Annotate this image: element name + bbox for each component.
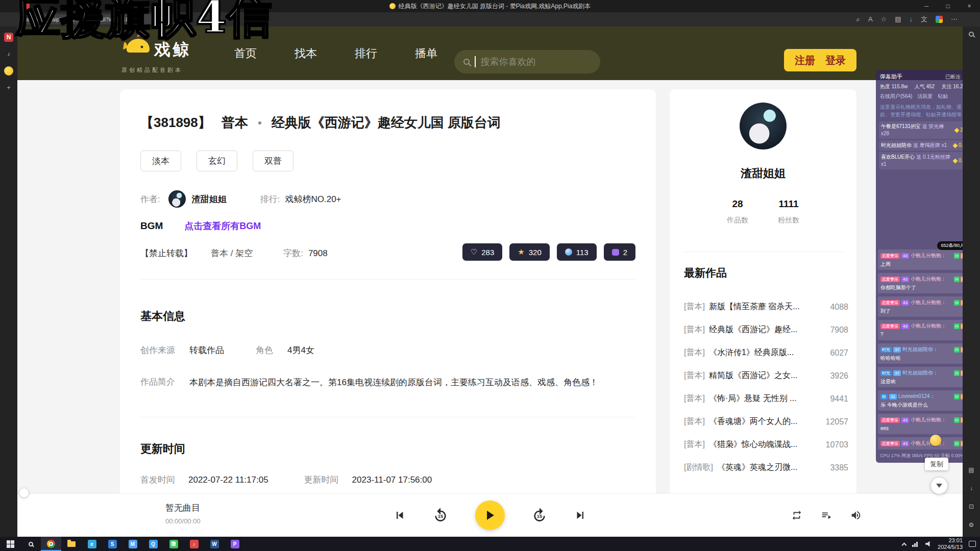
level-badge: 43 xyxy=(901,277,909,282)
work-list-item[interactable]: [普本] 新版【情至荼蘼 宿杀天... 4088 xyxy=(684,295,848,318)
emoji-float-button[interactable] xyxy=(930,435,941,446)
work-list-item[interactable]: [普本] 精简版《西游记》之女... 3926 xyxy=(684,364,848,387)
nav-playlists[interactable]: 播单 xyxy=(415,46,437,61)
work-list-item[interactable]: [普本] 《香魂塘》两个女人的... 12057 xyxy=(684,410,848,433)
search-input[interactable]: 搜索你喜欢的 xyxy=(454,50,600,73)
window-maximize-button[interactable]: □ xyxy=(937,0,959,12)
author-card-name[interactable]: 渣甜姐姐 xyxy=(670,166,856,181)
volume-icon[interactable] xyxy=(850,510,862,521)
bgm-view-all-link[interactable]: 点击查看所有BGM xyxy=(184,220,261,232)
activity-tab[interactable]: 活跃度 xyxy=(917,93,933,100)
search-page-icon[interactable] xyxy=(969,32,974,37)
platform-badge-icon: H xyxy=(954,300,960,306)
script-type: 普本 xyxy=(222,114,248,132)
rewind-15-button[interactable]: 15 xyxy=(432,507,449,523)
taskbar-notes-button[interactable]: P xyxy=(225,537,245,551)
player-controls: 15 15 xyxy=(394,494,586,537)
work-word-count: 3926 xyxy=(830,371,848,381)
play-button[interactable] xyxy=(475,500,505,530)
download-icon[interactable]: ↓ xyxy=(910,15,913,24)
register-button[interactable]: 注册 xyxy=(795,54,815,67)
work-list-item[interactable]: [剧情歌] 《英魂》英魂之刃微... 3385 xyxy=(684,456,848,479)
online-users[interactable]: 在线用户(564) xyxy=(880,93,912,100)
script-title-row: 【381898】 普本 经典版《西游记》趣经女儿国 原版台词 xyxy=(140,114,501,132)
work-list-item[interactable]: [普本] 《猎枭》惊心动魄谍战... 10703 xyxy=(684,433,848,456)
comments-button[interactable]: 2 xyxy=(604,243,635,261)
platform-badge-icon: H xyxy=(954,253,960,259)
music-app-icon[interactable]: ♪ xyxy=(4,49,13,59)
taskbar-edge-button[interactable]: e xyxy=(82,537,102,551)
taskbar-file-explorer-button[interactable] xyxy=(61,537,82,551)
like-button[interactable]: ♡ 283 xyxy=(462,243,502,261)
taskbar-wechat-button[interactable]: 微 xyxy=(163,537,184,551)
works-count-label: 作品数 xyxy=(727,216,748,225)
window-minimize-button[interactable]: ─ xyxy=(916,0,937,12)
sidebar-panel-icon[interactable]: ▤ xyxy=(967,465,976,474)
network-icon[interactable] xyxy=(912,541,919,547)
start-button[interactable] xyxy=(0,537,20,551)
script-stat-buttons: ♡ 283 ★ 320 113 2 xyxy=(462,243,635,261)
seek-handle[interactable] xyxy=(19,488,29,497)
taskbar-music-button[interactable]: ♪ xyxy=(184,537,204,551)
views-button[interactable]: 113 xyxy=(557,243,597,261)
window-close-button[interactable]: × xyxy=(959,0,980,12)
nav-find-scripts[interactable]: 找本 xyxy=(295,46,317,61)
work-title: 经典版《西游记》趣经... xyxy=(709,324,827,335)
whale-app-icon[interactable] xyxy=(4,66,13,76)
taskbar-store-button[interactable]: S xyxy=(102,537,122,551)
text-caret xyxy=(475,56,476,67)
forward-15-button[interactable]: 15 xyxy=(531,507,548,523)
favorite-button[interactable]: ★ 320 xyxy=(509,243,549,261)
notification-center-icon[interactable] xyxy=(969,541,976,547)
author-name-link[interactable]: 渣甜姐姐 xyxy=(192,193,227,205)
sidebar-capture-icon[interactable]: ⊡ xyxy=(967,502,976,511)
work-list-item[interactable]: [普本] 经典版《西游记》趣经... 7908 xyxy=(684,318,848,341)
browser-right-sidebar: ▤ ↓ ⊡ ⚙ xyxy=(963,27,980,537)
scroll-down-button[interactable] xyxy=(931,478,947,494)
extension-icon[interactable] xyxy=(936,16,943,23)
nav-home[interactable]: 首页 xyxy=(234,46,257,61)
author-avatar-large[interactable] xyxy=(740,103,787,149)
taskbar-search-button[interactable] xyxy=(20,537,41,551)
level-badge: 43 xyxy=(901,253,909,259)
taskbar-chrome-button[interactable] xyxy=(41,537,61,551)
panels-icon[interactable]: ▤ xyxy=(895,15,901,24)
taskbar-clock[interactable]: 23:01 2024/5/13 xyxy=(938,537,963,550)
menu-icon[interactable]: ⋯ xyxy=(951,15,958,24)
work-word-count: 6027 xyxy=(830,348,848,358)
diamond-tab[interactable]: 钻贴 xyxy=(938,93,948,100)
add-sidebar-item-icon[interactable]: + xyxy=(4,83,13,92)
tray-volume-icon[interactable] xyxy=(925,541,932,547)
work-word-count: 4088 xyxy=(830,303,848,312)
taskbar-qq-button[interactable]: Q xyxy=(143,537,163,551)
copy-button[interactable]: 复制 xyxy=(925,458,948,470)
login-button[interactable]: 登录 xyxy=(825,54,846,67)
playlist-icon[interactable] xyxy=(821,510,832,521)
sidebar-settings-icon[interactable]: ⚙ xyxy=(967,520,976,530)
next-track-button[interactable] xyxy=(574,509,586,521)
platform-badge-icon: H xyxy=(954,277,960,282)
track-title: 暂无曲目 xyxy=(165,502,201,514)
repeat-icon[interactable] xyxy=(791,510,802,521)
bookmark-star-icon[interactable]: ☆ xyxy=(881,15,887,24)
nav-ranking[interactable]: 排行 xyxy=(355,46,377,61)
sidebar-download-icon[interactable]: ↓ xyxy=(967,484,976,493)
work-list-item[interactable]: [普本] 《怖·局》悬疑 无性别 ... 9441 xyxy=(684,387,848,410)
taskbar-word-button[interactable]: W xyxy=(204,537,225,551)
taskbar-mail-button[interactable]: M xyxy=(122,537,143,551)
danmaku-header[interactable]: 弹幕助手 已断连 xyxy=(876,70,963,82)
previous-track-button[interactable] xyxy=(394,509,406,521)
translate-icon[interactable]: 文 xyxy=(921,15,927,24)
tray-expand-icon[interactable] xyxy=(902,542,907,547)
tag-pill[interactable]: 玄幻 xyxy=(197,151,237,171)
author-avatar[interactable] xyxy=(168,190,186,208)
rank-label: 排行: xyxy=(260,193,280,205)
tag-pill[interactable]: 淡本 xyxy=(140,151,181,171)
reader-mode-icon[interactable]: A xyxy=(868,15,873,24)
zoom-icon[interactable]: ⌕ xyxy=(856,15,860,24)
work-list-item[interactable]: [普本] 《水浒传1》经典原版... 6027 xyxy=(684,341,848,364)
notes-app-icon[interactable]: N xyxy=(4,33,13,42)
tag-pill[interactable]: 双普 xyxy=(253,151,293,171)
divider xyxy=(682,252,844,252)
work-type-tag: [剧情歌] xyxy=(684,462,713,473)
